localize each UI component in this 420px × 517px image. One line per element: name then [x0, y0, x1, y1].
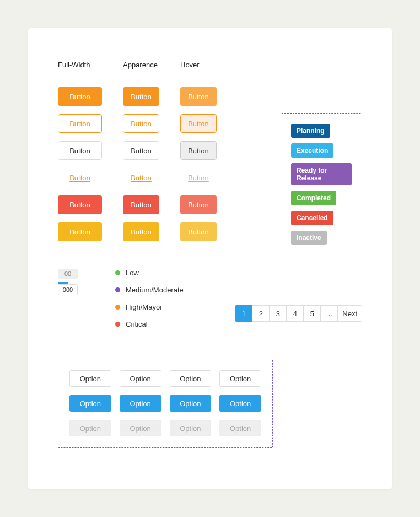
- component-sheet: Full-Width Button Button Button Button B…: [28, 28, 392, 489]
- status-tag[interactable]: Execution: [291, 143, 333, 158]
- severity-label: High/Mayor: [126, 303, 162, 311]
- col-fullwidth: Full-Width Button Button Button Button B…: [58, 61, 102, 241]
- button-red-solid-sm[interactable]: Button: [123, 195, 159, 214]
- severity-dot-icon: [115, 305, 120, 310]
- button-neutral-outline-hover[interactable]: Button: [180, 141, 217, 160]
- steppers: 00 000: [58, 269, 78, 328]
- severity-item: Low: [115, 269, 184, 277]
- option-row-outline: Option Option Option Option: [69, 370, 261, 387]
- severity-item: Critical: [115, 320, 184, 328]
- option-outline[interactable]: Option: [120, 370, 161, 387]
- status-tags-box: PlanningExecutionReady for ReleaseComple…: [281, 113, 362, 255]
- severity-item: Medium/Moderate: [115, 286, 184, 294]
- severity-dot-icon: [115, 270, 120, 275]
- button-link-orange-hover[interactable]: Button: [188, 168, 209, 187]
- page-...[interactable]: ...: [320, 305, 338, 322]
- button-link-orange-sm[interactable]: Button: [131, 168, 152, 187]
- col-header-fullwidth: Full-Width: [58, 61, 102, 69]
- col-appearance: Apparence Button Button Button Button Bu…: [123, 61, 159, 241]
- severity-dot-icon: [115, 322, 120, 327]
- page-1[interactable]: 1: [235, 305, 252, 322]
- button-yellow-solid-hover[interactable]: Button: [180, 222, 217, 241]
- option-primary[interactable]: Option: [170, 395, 212, 412]
- status-tag[interactable]: Ready for Release: [291, 163, 352, 185]
- option-muted[interactable]: Option: [69, 420, 111, 436]
- button-link-orange[interactable]: Button: [69, 168, 90, 187]
- status-tag[interactable]: Inactive: [291, 231, 327, 245]
- page-4[interactable]: 4: [286, 305, 304, 322]
- col-header-appearance: Apparence: [123, 61, 159, 69]
- page-2[interactable]: 2: [252, 305, 270, 322]
- severity-legend: LowMedium/ModerateHigh/MayorCritical: [115, 269, 184, 328]
- option-muted[interactable]: Option: [219, 420, 261, 436]
- button-red-solid-hover[interactable]: Button: [180, 195, 217, 214]
- option-muted[interactable]: Option: [170, 420, 212, 436]
- severity-label: Medium/Moderate: [126, 286, 184, 294]
- button-red-solid[interactable]: Button: [58, 195, 102, 214]
- stepper-active[interactable]: 000: [58, 284, 78, 295]
- page-next[interactable]: Next: [337, 305, 362, 322]
- severity-item: High/Mayor: [115, 303, 184, 311]
- col-header-hover: Hover: [180, 61, 217, 69]
- option-row-muted: Option Option Option Option: [69, 420, 261, 436]
- pagination: 12345...Next: [235, 305, 362, 322]
- button-orange-outline-sm[interactable]: Button: [123, 114, 159, 133]
- severity-label: Low: [126, 269, 139, 277]
- button-yellow-solid-sm[interactable]: Button: [123, 222, 159, 241]
- stepper-inactive[interactable]: 00: [58, 269, 78, 279]
- severity-label: Critical: [126, 320, 148, 328]
- options-box: Option Option Option Option Option Optio…: [58, 359, 273, 448]
- option-outline[interactable]: Option: [170, 370, 212, 387]
- option-row-primary: Option Option Option Option: [69, 395, 261, 412]
- button-orange-solid-sm[interactable]: Button: [123, 87, 159, 106]
- button-orange-outline[interactable]: Button: [58, 114, 102, 133]
- button-neutral-outline[interactable]: Button: [58, 141, 102, 160]
- option-outline[interactable]: Option: [69, 370, 111, 387]
- status-tag[interactable]: Completed: [291, 191, 336, 205]
- page-5[interactable]: 5: [303, 305, 321, 322]
- option-primary[interactable]: Option: [120, 395, 161, 412]
- option-muted[interactable]: Option: [120, 420, 161, 436]
- page-3[interactable]: 3: [269, 305, 287, 322]
- button-orange-outline-hover[interactable]: Button: [180, 114, 217, 133]
- button-orange-solid-hover[interactable]: Button: [180, 87, 217, 106]
- severity-dot-icon: [115, 287, 120, 292]
- status-tag[interactable]: Cancelled: [291, 211, 333, 225]
- option-primary[interactable]: Option: [69, 395, 111, 412]
- button-yellow-solid[interactable]: Button: [58, 222, 102, 241]
- col-hover: Hover Button Button Button Button Button…: [180, 61, 217, 241]
- option-primary[interactable]: Option: [219, 395, 261, 412]
- button-neutral-outline-sm[interactable]: Button: [123, 141, 159, 160]
- status-tag[interactable]: Planning: [291, 124, 330, 138]
- option-outline[interactable]: Option: [219, 370, 261, 387]
- button-orange-solid[interactable]: Button: [58, 87, 102, 106]
